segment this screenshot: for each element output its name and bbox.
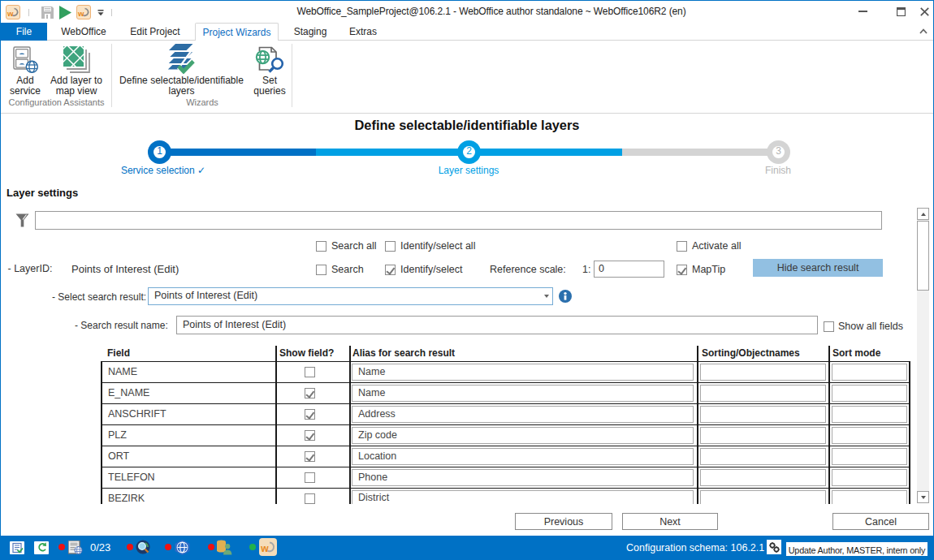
svg-text:w: w [260, 543, 269, 554]
svg-text:w: w [6, 9, 14, 18]
svg-text:w: w [77, 9, 84, 18]
